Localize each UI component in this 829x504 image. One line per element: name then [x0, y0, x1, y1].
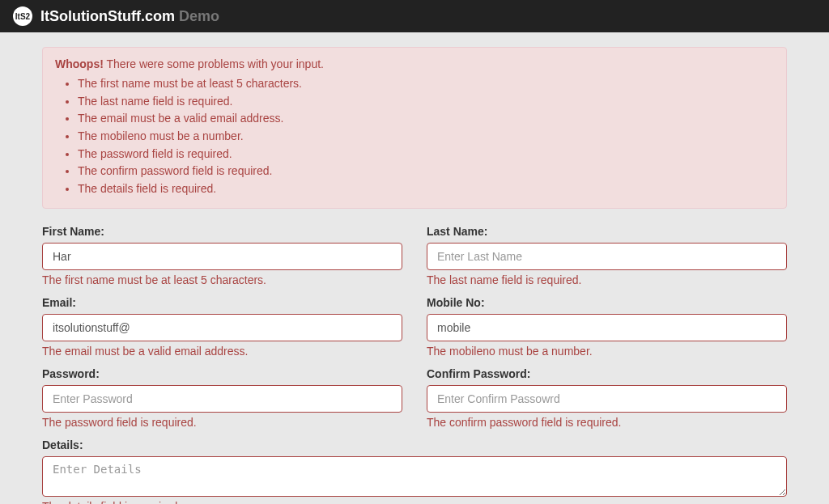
brand-title: ItSolutionStuff.com Demo [40, 8, 219, 25]
details-error: The details field is required. [42, 500, 787, 504]
email-error: The email must be a valid email address. [42, 345, 402, 358]
alert-subtext: There were some problems with your input… [107, 57, 324, 70]
brand-logo: ItS2 [13, 6, 32, 26]
alert-item: The confirm password field is required. [78, 163, 774, 180]
alert-item: The first name must be at least 5 charac… [78, 75, 774, 93]
first-name-label: First Name: [42, 225, 402, 238]
first-name-group: First Name: The first name must be at le… [30, 225, 414, 286]
brand-demo-label: Demo [179, 8, 219, 24]
last-name-error: The last name field is required. [427, 273, 787, 286]
last-name-group: Last Name: The last name field is requir… [414, 225, 799, 286]
first-name-error: The first name must be at least 5 charac… [42, 273, 402, 286]
last-name-label: Last Name: [427, 225, 787, 238]
email-label: Email: [42, 296, 402, 309]
mobile-group: Mobile No: The mobileno must be a number… [414, 296, 799, 358]
password-input[interactable] [42, 385, 402, 413]
last-name-input[interactable] [427, 243, 787, 270]
alert-heading: Whoops! There were some problems with yo… [55, 57, 324, 70]
navbar: ItS2 ItSolutionStuff.com Demo [0, 0, 829, 32]
alert-item: The details field is required. [78, 180, 774, 198]
alert-item: The mobileno must be a number. [78, 128, 774, 146]
brand-name: ItSolutionStuff.com [40, 8, 175, 24]
alert-item: The email must be a valid email address. [78, 110, 774, 128]
password-error: The password field is required. [42, 416, 402, 429]
email-input[interactable] [42, 314, 402, 341]
confirm-password-label: Confirm Password: [427, 367, 787, 380]
details-label: Details: [42, 438, 787, 451]
confirm-password-error: The confirm password field is required. [427, 416, 787, 429]
alert-item: The last name field is required. [78, 93, 774, 111]
validation-alert: Whoops! There were some problems with yo… [42, 47, 787, 209]
alert-list: The first name must be at least 5 charac… [78, 75, 774, 198]
details-group: Details: The details field is required. [30, 438, 799, 504]
alert-item: The password field is required. [78, 146, 774, 163]
mobile-input[interactable] [427, 314, 787, 341]
first-name-input[interactable] [42, 243, 402, 270]
confirm-password-input[interactable] [427, 385, 787, 413]
password-group: Password: The password field is required… [30, 367, 414, 429]
mobile-error: The mobileno must be a number. [427, 345, 787, 358]
email-group: Email: The email must be a valid email a… [30, 296, 414, 358]
page-container: Whoops! There were some problems with yo… [42, 32, 787, 504]
alert-heading-text: Whoops! [55, 57, 104, 70]
confirm-password-group: Confirm Password: The confirm password f… [414, 367, 799, 429]
mobile-label: Mobile No: [427, 296, 787, 309]
password-label: Password: [42, 367, 402, 380]
details-input[interactable] [42, 456, 787, 497]
